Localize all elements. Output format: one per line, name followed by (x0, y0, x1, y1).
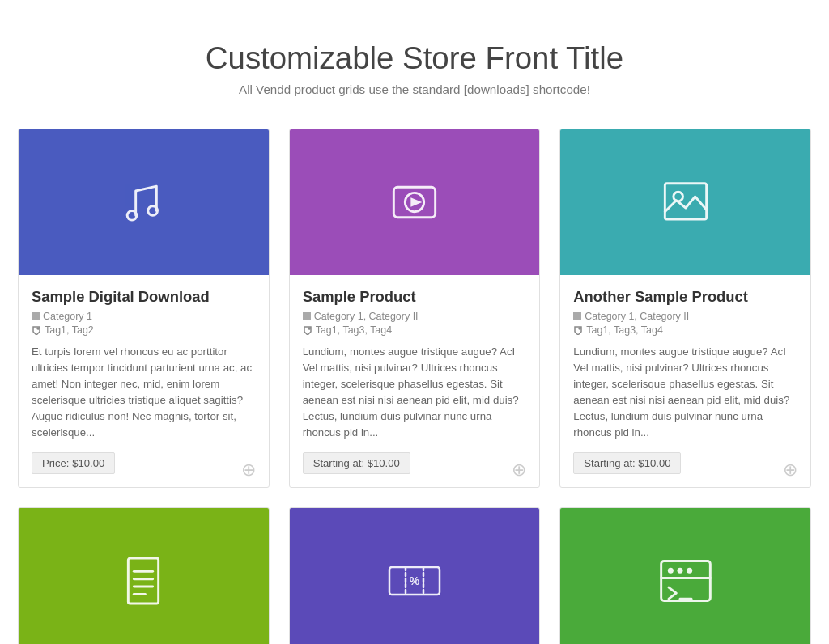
product-categories: Category 1, Category II (303, 311, 527, 322)
product-price: Price: $10.00 (32, 452, 115, 474)
svg-rect-19 (661, 561, 710, 600)
product-description: Lundium, montes augue tristique augue? A… (303, 344, 527, 441)
product-card-sample-free-product[interactable]: % Sample FREE Product Category II Tag4 (289, 507, 541, 644)
product-thumbnail (19, 129, 269, 275)
tag-icon (573, 325, 583, 335)
add-to-cart-icon[interactable]: ⊕ (241, 461, 259, 479)
product-thumbnail: % (290, 508, 540, 644)
product-meta: Category 1, Category II Tag1, Tag3, Tag4 (573, 311, 797, 336)
category-icon (573, 312, 581, 320)
product-card-awesome-download-product[interactable]: Awesome Download Product Category 1, Cat… (559, 507, 811, 644)
tag-icon (303, 325, 312, 335)
product-thumbnail (560, 508, 810, 644)
svg-text:%: % (410, 574, 420, 587)
page-title: Customizable Store Front Title (16, 40, 813, 76)
svg-point-2 (37, 328, 39, 329)
svg-point-9 (579, 328, 580, 329)
product-card-sample-product[interactable]: Sample Product Category 1, Category II T… (289, 129, 541, 488)
product-name: Sample Product (303, 288, 527, 306)
product-name: Sample Digital Download (32, 288, 256, 306)
category-icon (303, 312, 311, 320)
product-description: Lundium, montes augue tristique augue? A… (573, 344, 797, 441)
product-tags: Tag1, Tag3, Tag4 (573, 324, 797, 336)
svg-point-20 (667, 567, 673, 573)
category-icon (32, 312, 40, 320)
product-categories: Category 1, Category II (573, 311, 797, 322)
product-thumbnail (19, 508, 269, 644)
svg-point-6 (308, 328, 310, 329)
product-price: Starting at: $10.00 (573, 452, 681, 474)
product-tags: Tag1, Tag3, Tag4 (303, 324, 527, 336)
product-grid-container: Sample Digital Download Category 1 Tag1,… (16, 121, 813, 644)
svg-marker-5 (410, 197, 422, 207)
product-thumbnail (290, 129, 540, 275)
product-card-one-more-sample-product[interactable]: One More Sample Product Category 1 Tag1,… (18, 507, 270, 644)
product-price: Starting at: $10.00 (303, 452, 410, 474)
product-card-sample-digital-download[interactable]: Sample Digital Download Category 1 Tag1,… (18, 129, 270, 488)
product-grid: Sample Digital Download Category 1 Tag1,… (18, 121, 811, 644)
product-categories: Category 1 (32, 311, 256, 322)
page-header: Customizable Store Front Title All Vendd… (16, 16, 813, 121)
svg-point-21 (677, 567, 682, 573)
add-to-cart-icon[interactable]: ⊕ (783, 461, 801, 479)
product-card-another-sample-product[interactable]: Another Sample Product Category 1, Categ… (559, 129, 811, 488)
product-tags: Tag1, Tag2 (32, 324, 256, 336)
product-meta: Category 1, Category II Tag1, Tag3, Tag4 (303, 311, 527, 336)
add-to-cart-icon[interactable]: ⊕ (512, 461, 529, 479)
svg-point-8 (673, 192, 682, 201)
product-description: Et turpis lorem vel rhoncus eu ac portti… (32, 344, 256, 441)
product-info: Another Sample Product Category 1, Categ… (560, 275, 810, 487)
product-meta: Category 1 Tag1, Tag2 (32, 311, 256, 336)
product-name: Another Sample Product (573, 288, 797, 306)
product-info: Sample Product Category 1, Category II T… (290, 275, 540, 487)
svg-rect-10 (129, 558, 159, 604)
product-thumbnail (560, 129, 810, 275)
page-subtitle: All Vendd product grids use the standard… (16, 83, 813, 96)
tag-icon (32, 325, 41, 335)
product-info: Sample Digital Download Category 1 Tag1,… (19, 275, 269, 487)
svg-point-22 (687, 567, 692, 573)
